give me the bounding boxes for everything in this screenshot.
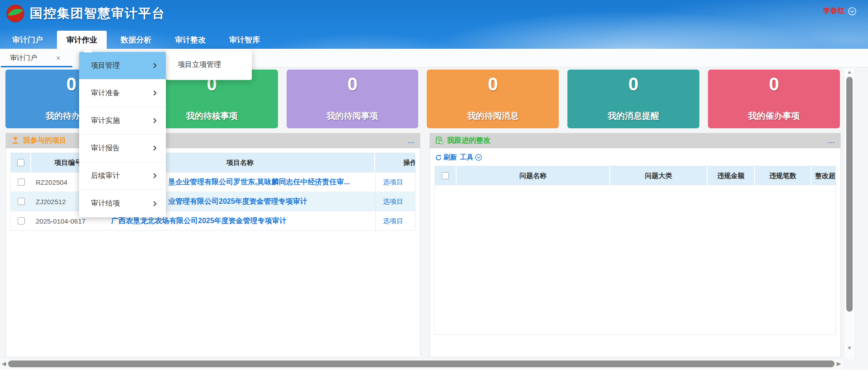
empty-table-body — [435, 185, 835, 334]
submenu-item-project-initiation[interactable]: 项目立项管理 — [178, 60, 221, 70]
menu-item-audit-report[interactable]: 审计报告 — [79, 135, 166, 162]
nav-item-audit-rectification[interactable]: 审计整改 — [165, 31, 215, 49]
card-count: 0 — [567, 74, 699, 94]
menu-item-label: 审计实施 — [91, 116, 120, 126]
menu-item-label: 审计报告 — [91, 144, 120, 153]
card-count: 0 — [427, 74, 559, 94]
brand: 国控集团智慧审计平台 — [6, 5, 165, 23]
nav-item-data-analysis[interactable]: 数据分析 — [111, 31, 161, 49]
more-icon[interactable]: ... — [828, 137, 835, 145]
card-my-toread-items[interactable]: 0 我的待阅事项 — [287, 70, 419, 128]
table-row: RZ202504 垦企业管理有限公司罗世东,莫咏麟同志任中经济责任审... 选项… — [11, 172, 415, 192]
menu-item-followup-audit[interactable]: 后续审计 — [79, 162, 166, 190]
close-icon[interactable]: × — [56, 54, 61, 62]
menu-item-label: 项目管理 — [91, 61, 120, 70]
select-all-checkbox[interactable] — [442, 172, 449, 179]
rectification-toolbar: 刷新 工具 — [430, 148, 840, 166]
panel-header: 我跟进的整改 ... — [430, 133, 840, 148]
tools-dropdown-icon — [475, 154, 482, 161]
user-name: 李春红 — [823, 6, 845, 16]
vertical-scrollbar-thumb[interactable] — [846, 77, 853, 312]
company-logo-icon — [6, 5, 24, 23]
card-label: 我的待阅消息 — [427, 110, 559, 122]
audit-work-dropdown-menu: 项目管理 审计准备 审计实施 审计报告 后续审计 审计结项 — [79, 52, 166, 217]
col-violation-count: 违规笔数 — [755, 166, 811, 185]
col-issue-name: 问题名称 — [457, 166, 610, 185]
menu-item-audit-closure[interactable]: 审计结项 — [79, 190, 166, 217]
project-name-link[interactable]: 业管理有限公司2025年度资金管理专项审计 — [168, 197, 307, 205]
card-count: 0 — [287, 74, 419, 94]
project-name-link[interactable]: 垦企业管理有限公司罗世东,莫咏麟同志任中经济责任审... — [168, 178, 350, 186]
menu-item-audit-implementation[interactable]: 审计实施 — [79, 107, 166, 135]
user-menu[interactable]: 李春红 — [823, 6, 856, 16]
project-management-submenu: 项目立项管理 — [166, 49, 252, 80]
arrow-right-icon — [153, 62, 157, 69]
projects-table: 项目编号 项目名称 操作 RZ202504 垦企业管理有限公司罗世东,莫咏麟同志… — [10, 153, 415, 231]
row-checkbox[interactable] — [18, 178, 25, 186]
panel-header: 我参与的项目 ... — [6, 133, 420, 148]
horizontal-scrollbar[interactable]: ◀ ▶ — [0, 359, 844, 370]
main-nav: 审计门户 审计作业 数据分析 审计整改 审计智库 — [3, 31, 269, 49]
app-title: 国控集团智慧审计平台 — [30, 5, 165, 22]
vertical-scrollbar[interactable]: ▲ ▼ — [844, 68, 854, 360]
card-my-urging-items[interactable]: 0 我的催办事项 — [708, 70, 840, 128]
card-label: 我的待阅事项 — [287, 110, 419, 122]
table-row: 2025-0104-0617 广西农垦龙北农场有限公司2025年度资金管理专项审… — [11, 211, 415, 230]
card-label: 我的消息提醒 — [567, 110, 699, 122]
refresh-icon — [435, 154, 442, 161]
select-all-cell — [11, 153, 31, 172]
panel-title: 我跟进的整改 — [447, 136, 491, 145]
card-label: 我的催办事项 — [708, 110, 840, 122]
scroll-left-icon[interactable]: ◀ — [2, 360, 6, 367]
nav-item-audit-knowledge[interactable]: 审计智库 — [220, 31, 269, 49]
tools-button[interactable]: 工具 — [460, 153, 482, 162]
refresh-button[interactable]: 刷新 — [435, 153, 457, 162]
nav-item-audit-work[interactable]: 审计作业 — [57, 31, 107, 49]
select-project-link[interactable]: 选项目 — [383, 178, 403, 187]
select-project-link[interactable]: 选项目 — [383, 197, 403, 206]
row-checkbox[interactable] — [18, 217, 25, 225]
more-icon[interactable]: ... — [407, 137, 415, 145]
row-checkbox[interactable] — [18, 198, 25, 205]
nav-item-audit-portal[interactable]: 审计门户 — [3, 31, 52, 49]
scroll-up-icon[interactable]: ▲ — [844, 69, 855, 75]
col-issue-category: 问题大类 — [610, 166, 708, 185]
arrow-right-icon — [153, 201, 157, 207]
select-all-cell — [435, 166, 457, 185]
select-project-link[interactable]: 选项目 — [383, 217, 403, 225]
rectifications-table: 问题名称 问题大类 违规金额 违规笔数 整改超 — [434, 166, 836, 335]
my-projects-panel: 我参与的项目 ... 项目编号 项目名称 操作 RZ202504 垦企业管理有限… — [5, 133, 420, 357]
menu-item-project-management[interactable]: 项目管理 — [79, 52, 166, 80]
project-name-link[interactable]: 广西农垦龙北农场有限公司2025年度资金管理专项审计 — [111, 217, 287, 225]
col-violation-amount: 违规金额 — [708, 166, 755, 185]
col-rectification-overdue: 整改超 — [811, 166, 835, 185]
person-icon — [11, 136, 19, 145]
scroll-right-icon[interactable]: ▶ — [837, 360, 841, 367]
select-all-checkbox[interactable] — [17, 159, 24, 166]
refresh-label: 刷新 — [443, 153, 457, 162]
projects-table-header: 项目编号 项目名称 操作 — [11, 153, 415, 172]
card-my-toread-messages[interactable]: 0 我的待阅消息 — [427, 70, 559, 128]
arrow-right-icon — [153, 173, 157, 179]
arrow-right-icon — [153, 145, 157, 151]
menu-item-audit-preparation[interactable]: 审计准备 — [79, 80, 166, 107]
chevron-down-icon — [848, 7, 856, 15]
rectifications-table-header: 问题名称 问题大类 违规金额 违规笔数 整改超 — [435, 166, 835, 185]
scroll-down-icon[interactable]: ▼ — [844, 345, 855, 351]
tools-label: 工具 — [460, 153, 473, 162]
arrow-right-icon — [153, 117, 157, 124]
menu-item-label: 审计结项 — [91, 199, 120, 208]
card-my-notifications[interactable]: 0 我的消息提醒 — [567, 70, 699, 128]
panel-title: 我参与的项目 — [23, 136, 66, 145]
horizontal-scrollbar-thumb[interactable] — [8, 360, 835, 367]
card-count: 0 — [708, 74, 840, 94]
table-row: ZJ202512 业管理有限公司2025年度资金管理专项审计 选项目 — [11, 192, 415, 211]
clipboard-clock-icon — [435, 136, 443, 145]
tab-label: 审计门户 — [10, 54, 37, 62]
tab-audit-portal[interactable]: 审计门户 × — [0, 49, 72, 67]
menu-item-label: 后续审计 — [91, 171, 120, 181]
my-rectifications-panel: 我跟进的整改 ... 刷新 工具 — [429, 133, 841, 357]
app-header: 国控集团智慧审计平台 李春红 审计门户 审计作业 数据分析 审计整改 审计智库 — [0, 0, 868, 49]
arrow-right-icon — [153, 90, 157, 96]
app-window: 国控集团智慧审计平台 李春红 审计门户 审计作业 数据分析 审计整改 审计智库 … — [0, 0, 868, 379]
